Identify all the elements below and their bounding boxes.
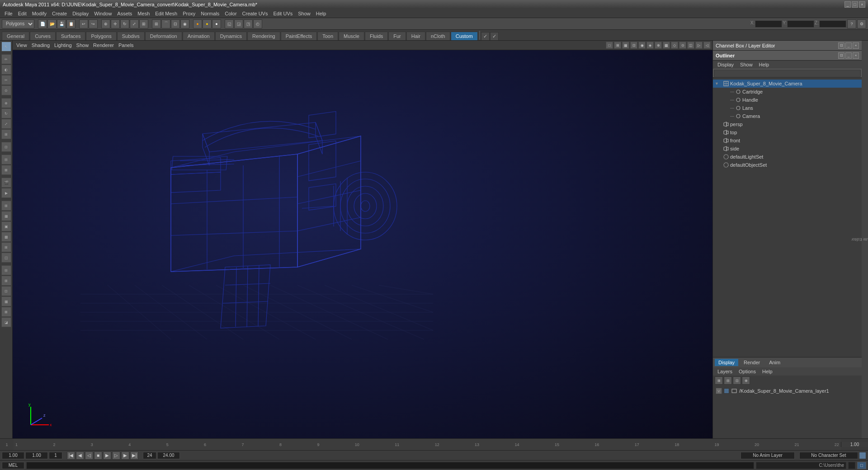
tool-move[interactable]: ⊕ (1, 98, 11, 108)
y-input[interactable] (787, 20, 814, 28)
menu-create-uvs[interactable]: Create UVs (240, 10, 271, 17)
vp-btn-3[interactable]: ▦ (622, 42, 629, 49)
no-char-set-field[interactable]: No Character Set (799, 452, 858, 459)
toolbar-cam3[interactable]: ◳ (244, 19, 253, 28)
vp-menu-panels[interactable]: Panels (117, 42, 136, 49)
x-input[interactable] (755, 20, 782, 28)
stop-btn[interactable]: ■ (94, 451, 102, 460)
layer-vis-0[interactable]: V (716, 388, 722, 394)
vp-menu-lighting[interactable]: Lighting (52, 42, 74, 49)
le-menu-help[interactable]: Help (760, 368, 775, 375)
tree-item-camera-part[interactable]: ▶ — Camera (713, 112, 862, 120)
prev-frame-btn[interactable]: ◀ (76, 451, 84, 460)
menu-assets[interactable]: Assets (114, 10, 135, 17)
menu-edit[interactable]: Edit (15, 10, 29, 17)
tab-subdivs[interactable]: Subdivs (117, 32, 145, 40)
tab-rendering[interactable]: Rendering (247, 32, 280, 40)
tool-snap[interactable]: ⊟ (1, 155, 11, 164)
toolbar-move[interactable]: ✛ (111, 19, 120, 28)
vp-btn-1[interactable]: □ (606, 42, 613, 49)
play-fwd-btn[interactable]: ▶ (103, 451, 111, 460)
tool-lasso[interactable]: ⊙ (1, 85, 11, 95)
end-frame-field[interactable]: 24.00 (157, 452, 180, 459)
outliner-menu-help[interactable]: Help (756, 61, 772, 68)
tool-bottom2[interactable]: ⊞ (1, 276, 11, 286)
tab-muscle[interactable]: Muscle (339, 32, 364, 40)
tree-item-defaultobjectset[interactable]: ▶ defaultObjectSet (713, 161, 862, 169)
toolbar-save2[interactable]: 📋 (66, 19, 75, 28)
toolbar-render3[interactable]: ● (212, 19, 221, 28)
taskbar-btn[interactable]: □ (857, 462, 866, 469)
cb-float-btn[interactable]: ⊡ (838, 42, 844, 49)
toolbar-snap-curve[interactable]: ⌒ (161, 19, 170, 28)
toolbar-snap-grid[interactable]: ⊞ (152, 19, 161, 28)
tool-sculpt[interactable]: ◐ (1, 65, 11, 75)
play-start-btn[interactable]: |◀ (67, 451, 75, 460)
tool-bottom5[interactable]: ⊠ (1, 307, 11, 317)
tree-item-root[interactable]: ▼ Kodak_Super_8_Movie_Camera (713, 80, 862, 88)
menu-window[interactable]: Window (91, 10, 114, 17)
tab-curves[interactable]: Curves (30, 32, 56, 40)
tab-fur[interactable]: Fur (388, 32, 406, 40)
tool-rotate[interactable]: ↻ (1, 108, 11, 118)
tab-fluids[interactable]: Fluids (365, 32, 388, 40)
tree-item-persp[interactable]: ▶ persp (713, 120, 862, 128)
le-tab-display[interactable]: Display (715, 359, 738, 366)
tab-surfaces[interactable]: Surfaces (56, 32, 85, 40)
tool-render[interactable]: 🎬 (1, 178, 11, 188)
toolbar-snap-view[interactable]: ◉ (180, 19, 189, 28)
vp-btn-9[interactable]: ◇ (671, 42, 678, 49)
start-frame-field2[interactable]: 1.00 (25, 452, 48, 459)
playback-start-field[interactable]: 1 (49, 452, 62, 459)
tool-bottom4[interactable]: ▦ (1, 296, 11, 306)
tab-hair[interactable]: Hair (406, 32, 425, 40)
tree-item-top[interactable]: ▶ top (713, 128, 862, 136)
outliner-menu-display[interactable]: Display (715, 61, 736, 68)
tree-item-lans[interactable]: ▶ — Lans (713, 104, 862, 112)
minimize-button[interactable]: _ (844, 1, 851, 8)
menu-help[interactable]: Help (313, 10, 329, 17)
vp-menu-renderer[interactable]: Renderer (91, 42, 116, 49)
menu-proxy[interactable]: Proxy (180, 10, 198, 17)
tool-grid2[interactable]: ▦ (1, 211, 11, 221)
vp-btn-10[interactable]: ⊙ (679, 42, 686, 49)
tab-general[interactable]: General (2, 32, 29, 40)
le-tool-3[interactable]: ⊡ (733, 376, 741, 385)
tool-grid5[interactable]: ⊞ (1, 242, 11, 252)
menu-create[interactable]: Create (49, 10, 70, 17)
vp-btn-6[interactable]: ◈ (646, 42, 654, 49)
toolbar-scale[interactable]: ⤢ (130, 19, 139, 28)
vp-btn-13[interactable]: ◁ (703, 42, 711, 49)
tool-grid3[interactable]: ▣ (1, 221, 11, 231)
next-frame-btn[interactable]: ▶ (121, 451, 129, 460)
menu-file[interactable]: File (2, 10, 15, 17)
tree-item-defaultlightset[interactable]: ▶ defaultLightSet (713, 153, 862, 161)
cb-close-btn[interactable]: × (853, 42, 859, 49)
no-anim-layer-field[interactable]: No Anim Layer (741, 452, 795, 459)
tab-toon[interactable]: Toon (317, 32, 338, 40)
tool-bottom3[interactable]: ⊡ (1, 286, 11, 296)
command-line-input[interactable] (26, 462, 754, 469)
cb-min-btn[interactable]: _ (845, 42, 852, 49)
tool-scale[interactable]: ⤢ (1, 119, 11, 129)
start-frame-field[interactable]: 1.00 (2, 452, 24, 459)
tool-soft[interactable]: ⊠ (1, 165, 11, 175)
toolbar-universal[interactable]: ⊞ (139, 19, 148, 28)
toolbar-select[interactable]: ⊕ (101, 19, 110, 28)
tab-deformation[interactable]: Deformation (145, 32, 182, 40)
tab-ncloth[interactable]: nCloth (426, 32, 450, 40)
tab-animation[interactable]: Animation (183, 32, 215, 40)
toolbar-open[interactable]: 📂 (47, 19, 57, 28)
char-set-btn[interactable] (859, 452, 866, 459)
tree-item-handle[interactable]: ▶ — Handle (713, 96, 862, 104)
layer-item-0[interactable]: V /Kodak_Super_8_Movie_Camera_layer1 (714, 386, 861, 395)
outliner-search-input[interactable] (714, 70, 861, 77)
tool-bottom1[interactable]: ⊟ (1, 265, 11, 275)
menu-mesh[interactable]: Mesh (135, 10, 152, 17)
toolbar-settings[interactable]: ⚙ (857, 19, 866, 28)
mel-indicator[interactable]: MEL (2, 462, 24, 469)
attr-editor-strip[interactable]: Attribute Editor (862, 41, 868, 438)
maximize-button[interactable]: □ (852, 1, 858, 8)
play-end-btn[interactable]: ▶| (130, 451, 138, 460)
toolbar-undo[interactable]: ↩ (79, 19, 88, 28)
